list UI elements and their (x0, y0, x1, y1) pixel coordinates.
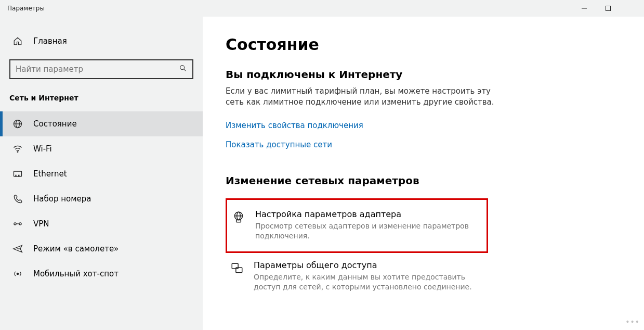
maximize-button[interactable] (596, 0, 620, 17)
option-title: Параметры общего доступа (254, 260, 477, 270)
sidebar-item-vpn[interactable]: VPN (0, 211, 203, 236)
svg-point-9 (17, 151, 18, 153)
sidebar-item-hotspot[interactable]: Мобильный хот-спот (0, 261, 203, 286)
search-box[interactable] (9, 59, 193, 79)
sidebar-item-label: Набор номера (33, 194, 91, 204)
change-network-settings-header: Изменение сетевых параметров (226, 174, 628, 187)
svg-rect-23 (236, 220, 241, 222)
adapter-icon (231, 209, 246, 241)
minimize-button[interactable] (572, 0, 596, 17)
option-sharing-settings[interactable]: Параметры общего доступа Определите, к к… (226, 255, 488, 300)
globe-icon (12, 119, 23, 129)
svg-line-5 (184, 69, 186, 71)
wifi-icon (12, 144, 23, 154)
page-title: Состояние (226, 35, 628, 54)
option-desc: Просмотр сетевых адаптеров и изменение п… (255, 221, 479, 241)
sidebar-item-dialup[interactable]: Набор номера (0, 186, 203, 211)
sidebar-item-label: VPN (33, 219, 49, 229)
window-title: Параметры (7, 5, 45, 12)
connected-heading: Вы подключены к Интернету (226, 68, 628, 81)
titlebar: Параметры (0, 0, 644, 17)
sidebar-item-label: Режим «в самолете» (33, 244, 119, 253)
ethernet-icon (12, 169, 23, 179)
option-adapter-settings[interactable]: Настройка параметров адаптера Просмотр с… (226, 198, 488, 253)
watermark: ••• (625, 318, 640, 326)
sidebar-item-wifi[interactable]: Wi-Fi (0, 136, 203, 161)
svg-point-4 (180, 66, 185, 70)
vpn-icon (12, 219, 23, 229)
sidebar-item-status[interactable]: Состояние (0, 111, 203, 136)
svg-point-15 (14, 223, 16, 225)
sidebar-item-airplane[interactable]: Режим «в самолете» (0, 236, 203, 261)
main-content: Состояние Вы подключены к Интернету Если… (203, 17, 644, 330)
link-change-connection-props[interactable]: Изменить свойства подключения (226, 121, 363, 130)
sidebar-item-label: Мобильный хот-спот (33, 269, 119, 278)
option-title: Настройка параметров адаптера (255, 209, 479, 219)
home-icon (12, 36, 23, 46)
airplane-icon (12, 244, 23, 254)
svg-point-19 (17, 273, 18, 274)
sharing-icon (230, 260, 244, 292)
sidebar-item-label: Wi-Fi (33, 144, 52, 154)
option-desc: Определите, к каким данным вы хотите пре… (254, 272, 477, 292)
nav-home-label: Главная (33, 36, 67, 46)
svg-rect-1 (606, 6, 611, 11)
svg-rect-10 (14, 171, 22, 176)
hotspot-icon (12, 269, 23, 279)
dialup-icon (12, 194, 23, 204)
sidebar: Главная Сеть и Интернет Состояние Wi-Fi (0, 17, 203, 330)
sidebar-section-label: Сеть и Интернет (0, 94, 203, 111)
sidebar-item-ethernet[interactable]: Ethernet (0, 161, 203, 186)
connected-body: Если у вас лимитный тарифный план, вы мо… (226, 86, 506, 108)
search-icon (179, 64, 187, 74)
search-input[interactable] (16, 65, 179, 74)
window-controls (572, 0, 644, 17)
sidebar-item-label: Состояние (33, 119, 77, 129)
svg-point-16 (19, 223, 21, 225)
sidebar-item-label: Ethernet (33, 169, 67, 179)
nav-home[interactable]: Главная (0, 32, 203, 50)
link-show-networks[interactable]: Показать доступные сети (226, 140, 332, 149)
